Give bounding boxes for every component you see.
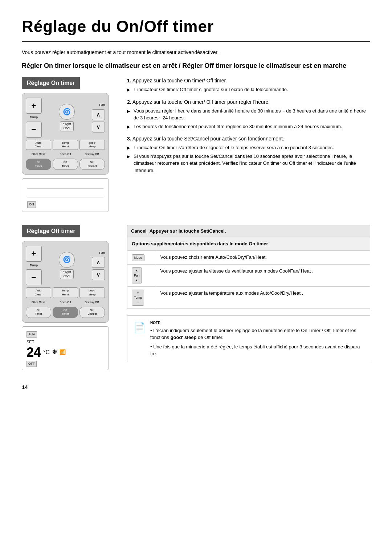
step-3: 3. Appuyez sur la touche Set/Cancel pour… (127, 135, 370, 174)
step-3-sub-2: Si vous n'appuyez pas sur la touche Set/… (127, 153, 370, 174)
fan-icon[interactable]: 🌀 (59, 104, 75, 120)
on-timer-button-2[interactable]: OnTimer (26, 307, 51, 318)
table-row-fan: ∧Fan∨ Vous pouvez ajuster la vitesse du … (127, 265, 370, 287)
fan-icon-2[interactable]: 🌀 (59, 252, 75, 268)
page-number: 14 (22, 383, 370, 392)
mid-row-2: AutoClean TempHumi good'sleep (26, 287, 105, 298)
display-line-1 (27, 182, 103, 189)
fan-btn-cell: ∧Fan∨ (127, 265, 156, 287)
remote-top-row-2: + Temp − 🌀 d'lightCool Fan ∧ ∨ (26, 246, 105, 286)
remote-control-1: + Temp − 🌀 d'lightCool Fan ∧ ∨ AutoClean… (22, 93, 109, 175)
label-row-2: Filter Reset Beep Off Display Off (26, 300, 105, 304)
mode-button[interactable]: Mode (132, 254, 144, 262)
plus-button[interactable]: + (26, 98, 42, 114)
off-timer-button-1[interactable]: OffTimer (53, 159, 78, 170)
dlight-cool-button-2[interactable]: d'lightCool (60, 269, 73, 279)
step-2-text: Appuyez sur la touche On timer/ Off time… (132, 99, 270, 105)
bottom-row-1: OnTimer OffTimer SetCancel (26, 159, 105, 170)
display-box-2: Auto SET 24 °C ❄ 📶 OFF (22, 326, 109, 371)
temp-btn-cell: +Temp− (127, 287, 156, 309)
display-box-1: ON (22, 178, 109, 212)
note-content: NOTE • L'écran indiquera seulement le de… (150, 320, 364, 357)
arrow-up-button[interactable]: ∧ (92, 109, 105, 120)
temp-humi-button[interactable]: TempHumi (53, 140, 78, 150)
remote-top-row: + Temp − 🌀 d'lightCool Fan ∧ ∨ (26, 98, 105, 138)
temp-label-2: Temp (26, 263, 42, 268)
step-1: 1. Appuyez sur la touche On timer/ Off t… (127, 77, 370, 93)
temp-label: Temp (26, 115, 42, 120)
step-2: 2. Appuyez sur la touche On timer/ Off t… (127, 98, 370, 130)
bottom-row-2: OnTimer OffTimer SetCancel (26, 307, 105, 318)
minus-button[interactable]: − (26, 122, 42, 138)
section-on-timer: Réglage On timer + Temp − 🌀 d'lightCool … (22, 77, 370, 212)
dlight-cool-button[interactable]: d'lightCool (60, 121, 73, 131)
set-cancel-button-2[interactable]: SetCancel (79, 307, 105, 318)
on-timer-header: Réglage On timer (22, 77, 80, 89)
mid-row-1: AutoClean TempHumi good'sleep (26, 140, 105, 150)
good-sleep-button-2[interactable]: good'sleep (79, 287, 105, 298)
filter-reset-label-2: Filter Reset (26, 300, 52, 304)
good-sleep-button[interactable]: good'sleep (79, 140, 105, 150)
right-col-off: Cancel Appuyer sur la touche Set/Cancel.… (127, 225, 370, 371)
table-row-temp: +Temp− Vous pouvez ajuster la températur… (127, 287, 370, 309)
center-col: 🌀 d'lightCool (59, 104, 75, 131)
off-badge: OFF (26, 361, 37, 367)
temp-text-cell: Vous pouvez ajuster la température aux m… (156, 287, 370, 309)
label-row-1: Filter Reset Beep Off Display Off (26, 152, 105, 156)
set-row: SET (26, 339, 104, 345)
temp-value: 24 (26, 346, 41, 359)
display-off-label-2: Display Off (78, 300, 105, 304)
filter-reset-label: Filter Reset (26, 152, 52, 156)
auto-clean-button[interactable]: AutoClean (26, 140, 51, 150)
fan-label-2: Fan (99, 251, 105, 256)
step-3-sub-1: L indicateur On timer s'arrêtera de clig… (127, 144, 370, 151)
temp-display-row: 24 °C ❄ 📶 (26, 346, 104, 359)
temp-humi-button-2[interactable]: TempHumi (53, 287, 78, 298)
cancel-text: Appuyer sur la touche Set/Cancel. (150, 228, 226, 235)
note-text-1: • L'écran indiquera seulement le dernier… (150, 327, 364, 341)
display-off-label: Display Off (78, 152, 105, 156)
page-title: Réglage du On/Off timer (22, 15, 370, 42)
right-col-on: 1. Appuyez sur la touche On timer/ Off t… (127, 77, 370, 212)
signal-icon: 📶 (60, 348, 66, 356)
set-cancel-button-1[interactable]: SetCancel (79, 159, 105, 170)
step-3-text: Appuyez sur la touche Set/Cancel pour ac… (132, 136, 284, 142)
fan-label: Fan (99, 103, 105, 108)
step-1-sub-1: L indicateur On timer/ Off timer clignot… (127, 86, 370, 93)
note-icon: 📄 (133, 320, 146, 357)
table-row-mode: Mode Vous pouvez choisir entre Auto/Cool… (127, 250, 370, 265)
cancel-header: Cancel Appuyer sur la touche Set/Cancel. (127, 225, 370, 237)
beep-off-label: Beep Off (52, 152, 79, 156)
note-box: 📄 NOTE • L'écran indiquera seulement le … (127, 315, 370, 362)
auto-clean-button-2[interactable]: AutoClean (26, 287, 51, 298)
fan-speed-button[interactable]: ∧Fan∨ (132, 267, 142, 283)
plus-button-2[interactable]: + (26, 246, 42, 262)
table-header-cell: Options supplémentaires disponibles dans… (127, 237, 370, 251)
beep-off-label-2: Beep Off (52, 300, 79, 304)
snowflake-icon: ❄ (52, 347, 57, 357)
arrow-down-button[interactable]: ∨ (92, 122, 105, 132)
section-subtitle: Régler On timer lorsque le climatiseur e… (22, 61, 370, 70)
table-header-row: Options supplémentaires disponibles dans… (127, 237, 370, 251)
auto-badge: Auto (26, 331, 37, 338)
off-timer-button-2[interactable]: OffTimer (53, 307, 78, 318)
intro-text: Vous pouvez régler automatiquement et a … (22, 49, 370, 56)
temp-adjust-button[interactable]: +Temp− (132, 290, 144, 306)
step-2-sub-2: Les heures de fonctionnement peuvent êtr… (127, 123, 370, 130)
cancel-label: Cancel (131, 228, 147, 235)
bold-good-sleep: good' sleep (171, 335, 197, 340)
mode-text-cell: Vous pouvez choisir entre Auto/Cool/Dry/… (156, 250, 370, 265)
display-line-2 (27, 191, 103, 197)
center-col-2: 🌀 d'lightCool (59, 252, 75, 279)
step-1-text: Appuyez sur la touche On timer/ Off time… (132, 78, 227, 83)
on-badge: ON (27, 201, 36, 208)
arrow-down-button-2[interactable]: ∨ (92, 269, 105, 280)
minus-button-2[interactable]: − (26, 269, 42, 285)
arrow-up-button-2[interactable]: ∧ (92, 257, 105, 268)
left-col-on: Réglage On timer + Temp − 🌀 d'lightCool … (22, 77, 116, 212)
options-table: Options supplémentaires disponibles dans… (127, 237, 370, 309)
fan-text-cell: Vous pouvez ajuster la vitesse du ventil… (156, 265, 370, 287)
off-timer-header: Réglage Off timer (22, 225, 80, 237)
section-off-timer: Réglage Off timer + Temp − 🌀 d'lightCool… (22, 225, 370, 371)
on-timer-button[interactable]: OnTimer (26, 159, 51, 170)
